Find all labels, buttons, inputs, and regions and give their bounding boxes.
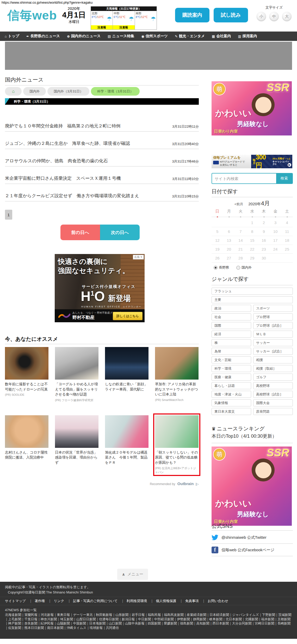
calendar-date-cell[interactable]: 7: [235, 227, 246, 236]
calendar-date-cell[interactable]: 1: [246, 218, 258, 227]
breadcrumb-item[interactable]: 国内外: [23, 87, 46, 96]
fontsize-option[interactable]: 中: [269, 12, 279, 21]
scope-radio[interactable]: 国内外: [236, 265, 252, 270]
footer-link[interactable]: 免責事項: [177, 599, 199, 603]
recommend-card[interactable]: 数年前に撮影することは不可能だったドローンの写真 (PR) SOOLIDE: [5, 347, 48, 402]
footer-link[interactable]: お問い合わせ: [200, 599, 228, 603]
twitter-link[interactable]: @shinmaiweb 公式Twitter: [212, 532, 293, 542]
card-title[interactable]: 旭化成２０年モデルは橘遥菜さん 今後１年間、製品をＰＲ: [105, 450, 148, 465]
genre-button[interactable]: フラッシュ: [212, 288, 293, 295]
calendar-date-cell[interactable]: [223, 218, 235, 227]
genre-button[interactable]: 高校野球: [253, 382, 293, 389]
nav-item[interactable]: ✒ 長野県のニュース: [26, 34, 60, 39]
pagination-page-1[interactable]: 1: [5, 210, 12, 220]
calendar-date-cell[interactable]: [212, 218, 223, 227]
calendar-date-cell[interactable]: 15: [246, 236, 258, 245]
recommend-card[interactable]: 旭化成２０年モデルは橘遥菜さん 今後１年間、製品をＰＲ: [105, 415, 148, 474]
calendar-date-cell[interactable]: 13: [223, 236, 235, 245]
calendar-date-cell[interactable]: 6: [223, 227, 235, 236]
card-title[interactable]: 「ヨーグルトやめる人が増えてる理由」腸をスッキリさせる食べ物が話題: [55, 382, 98, 397]
card-image[interactable]: [105, 415, 148, 448]
recommend-card[interactable]: 「ヨーグルトやめる人が増えてる理由」腸をスッキリさせる食べ物が話題 (PR) フ…: [55, 347, 98, 402]
ad-cta-button[interactable]: 詳しくはこちら: [113, 312, 143, 320]
genre-button[interactable]: 社会: [212, 313, 251, 320]
nav-item[interactable]: ▤ ニュース特集: [108, 34, 134, 39]
weather-alert-badge[interactable]: 注意報: [91, 25, 113, 29]
calendar-date-cell[interactable]: [235, 218, 246, 227]
genre-button[interactable]: 医療・健康: [212, 374, 251, 381]
footer-link[interactable]: 記事・写真のご利用について: [65, 599, 118, 603]
calendar-date-cell[interactable]: 9: [258, 227, 270, 236]
calendar-date-cell[interactable]: 26: [212, 254, 223, 263]
calendar-date-cell[interactable]: 24: [270, 245, 281, 254]
news-title-link[interactable]: 廃炉でも１０年間交付金維持 福島第２の地元２町に特例: [5, 123, 121, 129]
card-image[interactable]: [155, 415, 199, 448]
fontsize-option[interactable]: 大: [282, 12, 292, 21]
weather-alert-badge[interactable]: 注意報: [113, 25, 134, 29]
card-image[interactable]: [105, 347, 148, 380]
genre-button[interactable]: 文化・芸能: [212, 356, 251, 363]
calendar-date-cell[interactable]: [281, 254, 293, 263]
recommend-card[interactable]: 志村けんさん、コロナ陽性 病院に搬送、入院治療中: [5, 415, 48, 474]
genre-button[interactable]: ＭＬＢ: [253, 331, 293, 338]
nav-item[interactable]: ⊕ 国内外のニュース: [67, 34, 101, 39]
news-title-link[interactable]: 米企業宇宙船に野口さん搭乗決定 スペースＸ運用１号機: [5, 175, 121, 181]
nav-item[interactable]: ⌂ トップ: [5, 34, 19, 39]
card-image[interactable]: [5, 347, 48, 380]
card-image[interactable]: [5, 415, 48, 448]
recommend-card[interactable]: 日本の状況「世界が当惑」 感染増を回避、理由分からず: [55, 415, 98, 474]
calendar-date-cell[interactable]: 5: [212, 227, 223, 236]
calendar-date-cell[interactable]: 14: [235, 236, 246, 245]
genre-button[interactable]: 経済: [212, 331, 251, 338]
genre-button[interactable]: ゴルフ: [253, 374, 293, 381]
outbrain-attribution[interactable]: Recommended by Outbrain |▷: [5, 481, 199, 486]
genre-button[interactable]: 暮らし・話題: [212, 382, 251, 389]
calendar-date-cell[interactable]: 21: [235, 245, 246, 254]
calendar-date-cell[interactable]: 2: [258, 218, 270, 227]
card-title[interactable]: 草加市: アメリカ発の革新的なスマートウォッチがついに日本上陸: [155, 382, 199, 397]
calendar-date-cell[interactable]: 18: [281, 236, 293, 245]
genre-button[interactable]: 株: [212, 339, 251, 346]
breadcrumb-home[interactable]: ⌂: [5, 87, 22, 96]
news-title-link[interactable]: アロサウルスの仲間か、徳島 肉食恐竜の歯の化石: [5, 158, 108, 164]
calendar-date-cell[interactable]: 30: [258, 254, 270, 263]
subscribe-button[interactable]: 購読案内: [175, 8, 209, 22]
calendar-date-cell[interactable]: 27: [223, 254, 235, 263]
calendar-date-cell[interactable]: 17: [270, 236, 281, 245]
nav-item[interactable]: ◉ 信州スポーツ: [141, 34, 168, 39]
recommend-card[interactable]: 「朝スッキリしない」その原因、寝ている間の低血糖が原因かも？ (PR) 生活向上…: [155, 415, 199, 474]
calendar-date-cell[interactable]: 19: [212, 245, 223, 254]
nomura-ad-banner[interactable]: 広告 ∨ 快適さの裏側に 強固なセキュリティ。 サービス付小規模オフィス H1O…: [55, 254, 145, 322]
genre-button[interactable]: プロ野球［試合］: [253, 322, 293, 329]
site-logo[interactable]: 信毎web: [7, 7, 57, 24]
genre-button[interactable]: 東日本大震災: [212, 408, 251, 415]
calendar-date-cell[interactable]: 29: [246, 254, 258, 263]
trial-read-button[interactable]: 試し読み: [214, 8, 248, 22]
calendar-date-cell[interactable]: 23: [258, 245, 270, 254]
ad-label[interactable]: 広告 ∨: [133, 255, 144, 259]
calendar-date-cell[interactable]: 28: [235, 254, 246, 263]
calendar-date-cell[interactable]: 12: [212, 236, 223, 245]
leaderboard-ad-placeholder[interactable]: [5, 42, 292, 70]
genre-button[interactable]: サッカー: [253, 339, 293, 346]
genre-button[interactable]: 相撲［取組］: [253, 365, 293, 372]
menu-button[interactable]: ∧ メニュー: [117, 569, 148, 580]
recommend-card[interactable]: しなの鉄道に青い「新顔」 ライナー車両、屋代駅に: [105, 347, 148, 402]
card-image[interactable]: [55, 347, 98, 380]
calendar-prev-month[interactable]: <前月: [234, 202, 243, 207]
genre-button[interactable]: サッカー［試合］: [253, 348, 293, 355]
previous-day-button[interactable]: 前の日へ: [60, 225, 100, 240]
genre-button[interactable]: 国際大会: [253, 399, 293, 406]
facebook-link[interactable]: f 信毎web 公式Facebookページ: [212, 545, 293, 555]
breadcrumb-item[interactable]: 科学・環境（3月31日）: [91, 87, 140, 96]
card-title[interactable]: 志村けんさん、コロナ陽性 病院に搬送、入院治療中: [5, 450, 48, 460]
card-title[interactable]: 「朝スッキリしない」その原因、寝ている間の低血糖が原因かも？: [155, 450, 199, 465]
calendar-date-cell[interactable]: 25: [281, 245, 293, 254]
card-title[interactable]: 日本の状況「世界が当惑」 感染増を回避、理由分からず: [55, 450, 98, 465]
outbrain-logo[interactable]: Outbrain: [177, 481, 194, 486]
calendar-date-cell[interactable]: 16: [258, 236, 270, 245]
genre-button[interactable]: 原発問題: [253, 408, 293, 415]
card-image[interactable]: [55, 415, 98, 448]
genre-button[interactable]: スポーツ: [253, 305, 293, 312]
ssr-game-ad-bottom[interactable]: 萌 SSR かわいい 男経験なし 日替わり内室: [212, 447, 292, 526]
